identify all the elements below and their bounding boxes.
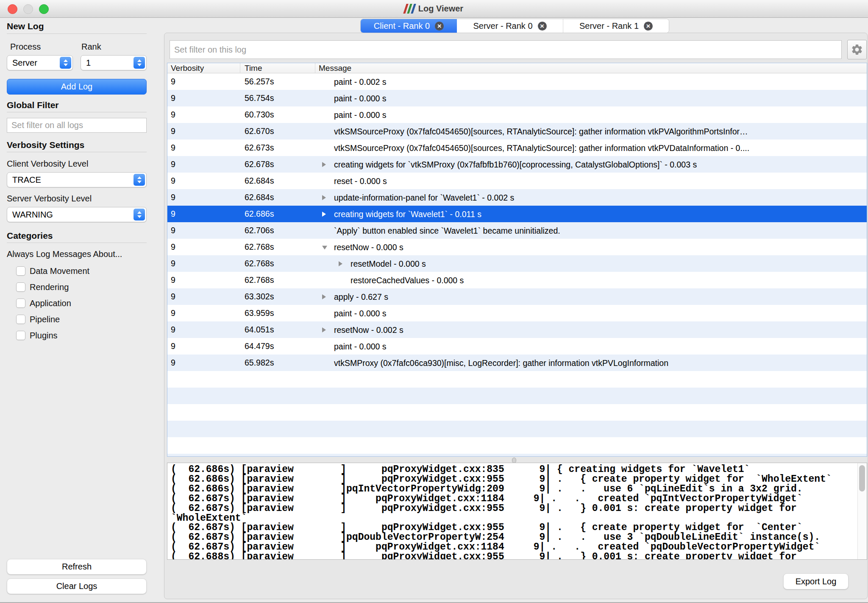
stepper-icon[interactable] — [60, 57, 71, 69]
log-row[interactable]: 962.670svtkSMSourceProxy (0x7fafc0454650… — [167, 123, 867, 140]
zoom-window-icon[interactable] — [39, 4, 49, 14]
verbosity-cell: 9 — [167, 305, 240, 321]
log-row[interactable]: 962.706s`Apply` button enabled since `Wa… — [167, 222, 867, 239]
category-checkbox[interactable] — [16, 266, 25, 276]
message-cell: `Apply` button enabled since `Wavelet1` … — [315, 222, 867, 239]
category-item: Rendering — [7, 279, 151, 295]
message-cell: vtkSMProxy (0x7fafc06ca930)[misc, LogRec… — [315, 355, 867, 371]
refresh-button[interactable]: Refresh — [7, 559, 147, 575]
collapse-arrow-icon[interactable] — [322, 246, 327, 249]
log-row[interactable]: 956.754spaint - 0.000 s — [167, 90, 867, 106]
message-text: paint - 0.000 s — [334, 93, 867, 103]
verbosity-cell: 9 — [167, 338, 240, 355]
stepper-icon[interactable] — [134, 57, 145, 69]
server-verbosity-select[interactable]: WARNING — [7, 207, 147, 222]
column-header-verbosity[interactable]: Verbosity — [167, 63, 240, 73]
process-select-value: Server — [12, 58, 37, 68]
column-header-message[interactable]: Message — [315, 63, 867, 73]
log-row[interactable]: 956.257spaint - 0.002 s — [167, 73, 867, 90]
message-text: paint - 0.002 s — [334, 77, 867, 87]
expand-arrow-icon[interactable] — [322, 212, 326, 217]
category-checkbox[interactable] — [16, 331, 25, 340]
expand-arrow-icon[interactable] — [322, 162, 326, 167]
message-cell: vtkSMSourceProxy (0x7fafc0454650)[source… — [315, 140, 867, 156]
client-verbosity-label: Client Verbosity Level — [7, 159, 88, 169]
log-row[interactable]: 960.730spaint - 0.000 s — [167, 106, 867, 123]
verbosity-cell: 9 — [167, 173, 240, 189]
close-window-icon[interactable] — [8, 4, 17, 14]
detail-scrollbar-thumb[interactable] — [859, 465, 865, 491]
tab-close-icon[interactable]: × — [644, 22, 653, 31]
verbosity-cell: 9 — [167, 206, 240, 222]
category-item: Data Movement — [7, 263, 151, 279]
message-text: paint - 0.000 s — [334, 110, 867, 120]
log-row[interactable]: 964.479spaint - 0.000 s — [167, 338, 867, 355]
verbosity-cell: 9 — [167, 140, 240, 156]
message-cell: creating widgets for `Wavelet1` - 0.011 … — [315, 206, 867, 222]
category-checkbox[interactable] — [16, 315, 25, 324]
client-verbosity-select[interactable]: TRACE — [7, 172, 147, 187]
log-row[interactable]: 962.768sresetModel - 0.000 s — [167, 255, 867, 272]
verbosity-cell: 9 — [167, 73, 240, 90]
process-select[interactable]: Server — [7, 55, 73, 70]
filter-settings-button[interactable] — [847, 40, 867, 59]
expand-arrow-icon[interactable] — [322, 294, 326, 299]
tab-client-rank-0[interactable]: Client - Rank 0× — [361, 19, 457, 33]
log-row[interactable]: 964.051sresetNow - 0.002 s — [167, 321, 867, 338]
message-cell: vtkSMSourceProxy (0x7fafc0454650)[source… — [315, 123, 867, 140]
message-text: vtkSMSourceProxy (0x7fafc0454650)[source… — [334, 126, 867, 136]
stepper-icon[interactable] — [134, 209, 145, 221]
message-text: resetModel - 0.000 s — [351, 259, 867, 268]
category-item: Plugins — [7, 327, 151, 343]
empty-row — [167, 404, 867, 421]
tab-close-icon[interactable]: × — [538, 22, 547, 31]
message-cell: apply - 0.627 s — [315, 288, 867, 305]
log-row[interactable]: 962.673svtkSMSourceProxy (0x7fafc0454650… — [167, 140, 867, 156]
clear-logs-button[interactable]: Clear Logs — [7, 578, 147, 594]
tab-server-rank-0[interactable]: Server - Rank 0× — [457, 19, 563, 33]
log-row[interactable]: 962.684supdate-information-panel for `Wa… — [167, 189, 867, 206]
log-row[interactable]: 962.768sresetNow - 0.000 s — [167, 239, 867, 255]
time-cell: 56.257s — [240, 73, 315, 90]
expand-arrow-icon[interactable] — [339, 261, 342, 266]
time-cell: 64.051s — [240, 321, 315, 338]
rank-select[interactable]: 1 — [81, 55, 147, 70]
category-label: Plugins — [30, 331, 58, 341]
tab-server-rank-1[interactable]: Server - Rank 1× — [563, 19, 669, 33]
message-cell: restoreCachedValues - 0.000 s — [315, 272, 867, 288]
minimize-window-icon[interactable] — [23, 4, 33, 14]
table-body: 956.257spaint - 0.002 s956.754spaint - 0… — [167, 73, 867, 457]
log-row[interactable]: 962.678screating widgets for `vtkSMProxy… — [167, 156, 867, 173]
window-title: Log Viewer — [418, 4, 463, 14]
category-checkbox[interactable] — [16, 299, 25, 308]
verbosity-cell: 9 — [167, 90, 240, 106]
stepper-icon[interactable] — [134, 174, 145, 186]
log-row[interactable]: 962.686screating widgets for `Wavelet1` … — [167, 206, 867, 222]
time-cell: 62.768s — [240, 272, 315, 288]
add-log-button[interactable]: Add Log — [7, 79, 147, 95]
export-log-button[interactable]: Export Log — [783, 573, 849, 589]
verbosity-cell: 9 — [167, 156, 240, 173]
global-filter-input[interactable] — [7, 118, 147, 133]
message-cell: resetModel - 0.000 s — [315, 255, 867, 272]
log-row[interactable]: 963.302sapply - 0.627 s — [167, 288, 867, 305]
message-text: reset - 0.000 s — [334, 176, 867, 186]
message-text: `Apply` button enabled since `Wavelet1` … — [334, 226, 867, 235]
detail-scrollbar[interactable] — [857, 463, 867, 559]
process-label: Process — [10, 42, 41, 52]
category-checkbox[interactable] — [16, 282, 25, 292]
log-row[interactable]: 965.982svtkSMProxy (0x7fafc06ca930)[misc… — [167, 355, 867, 371]
empty-row — [167, 371, 867, 388]
log-row[interactable]: 963.959spaint - 0.000 s — [167, 305, 867, 321]
log-filter-input[interactable] — [170, 40, 842, 59]
detail-log-text: ( 62.686s) [paraview ] pqProxyWidget.cxx… — [167, 463, 867, 560]
tab-label: Server - Rank 1 — [579, 21, 639, 31]
log-row[interactable]: 962.684sreset - 0.000 s — [167, 173, 867, 189]
expand-arrow-icon[interactable] — [322, 195, 326, 200]
time-cell: 62.684s — [240, 189, 315, 206]
expand-arrow-icon[interactable] — [322, 327, 326, 332]
message-cell: paint - 0.000 s — [315, 338, 867, 355]
column-header-time[interactable]: Time — [240, 63, 315, 73]
log-row[interactable]: 962.768srestoreCachedValues - 0.000 s — [167, 272, 867, 288]
tab-close-icon[interactable]: × — [435, 22, 444, 31]
